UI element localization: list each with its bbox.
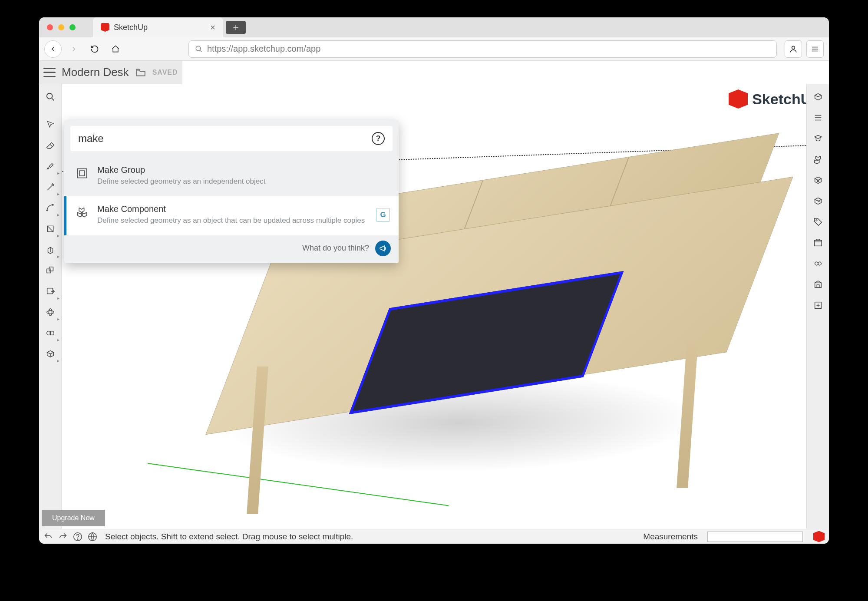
svg-point-10 (49, 309, 52, 316)
tags-panel-button[interactable] (808, 212, 828, 232)
svg-rect-22 (79, 171, 85, 176)
document-title: Modern Desk (62, 66, 129, 79)
save-status: SAVED (152, 69, 178, 76)
measurements-input[interactable] (707, 532, 803, 542)
arc-tool[interactable]: ▸ (40, 198, 60, 218)
svg-rect-8 (47, 288, 53, 294)
redo-button[interactable] (58, 532, 68, 542)
eraser-tool[interactable] (40, 135, 60, 155)
line-tool[interactable]: ▸ (40, 177, 60, 197)
shape-tool[interactable]: ▸ (40, 219, 60, 239)
svg-point-1 (792, 46, 795, 49)
result-title: Make Group (97, 165, 390, 175)
command-search-box[interactable]: ? (70, 126, 393, 151)
offset-tool[interactable] (40, 261, 60, 281)
status-hint: Select objects. Shift to extend select. … (105, 532, 353, 542)
upgrade-button[interactable]: Upgrade Now (42, 510, 105, 526)
search-result-make-group[interactable]: Make Group Define selected geometry as a… (64, 157, 399, 196)
close-window-button[interactable] (47, 24, 53, 30)
status-bar: Select objects. Shift to extend select. … (39, 529, 829, 544)
close-tab-icon[interactable]: × (210, 23, 215, 33)
home-button[interactable] (107, 40, 124, 58)
svg-point-13 (817, 180, 819, 182)
search-icon (195, 45, 203, 53)
language-button[interactable] (88, 532, 97, 542)
help-button[interactable] (73, 532, 83, 542)
measurements-label: Measurements (643, 532, 698, 542)
entity-info-panel-button[interactable] (808, 87, 828, 107)
svg-point-14 (815, 220, 817, 221)
url-text: https://app.sketchup.com/app (207, 44, 320, 54)
svg-point-2 (46, 93, 52, 99)
undo-button[interactable] (43, 532, 53, 542)
left-toolbar: ▸ ▸ ▸ ▸ ▸ ▸ (39, 84, 62, 529)
shortcut-key: G (376, 208, 390, 222)
paint-tool[interactable]: ▸ (40, 156, 60, 176)
svg-point-9 (46, 310, 54, 314)
result-description: Define selected geometry as an object th… (97, 216, 368, 226)
account-button[interactable] (785, 40, 802, 58)
result-title: Make Component (97, 204, 368, 214)
orbit-tool[interactable]: ▸ (40, 302, 60, 322)
tape-tool[interactable]: ▸ (40, 323, 60, 343)
svg-rect-19 (817, 285, 819, 287)
move-tool[interactable]: ▸ (40, 281, 60, 301)
display-panel-button[interactable] (808, 254, 828, 274)
svg-rect-18 (815, 283, 821, 287)
pushpull-tool[interactable]: ▸ (40, 240, 60, 260)
search-result-make-component[interactable]: Make Component Define selected geometry … (64, 196, 399, 235)
section-tool[interactable]: ▸ (40, 344, 60, 364)
group-icon (75, 166, 89, 181)
feedback-prompt: What do you think? (302, 244, 369, 253)
sketchup-statusbar-icon (813, 531, 825, 542)
svg-point-24 (77, 538, 78, 539)
materials-panel-button[interactable] (808, 170, 828, 190)
command-search-panel: ? Make Group Define selected geometry as… (64, 120, 399, 263)
outliner-panel-button[interactable] (808, 108, 828, 128)
browser-tab-sketchup[interactable]: SketchUp × (93, 17, 223, 37)
minimize-window-button[interactable] (58, 24, 64, 30)
browser-window: SketchUp × ＋ https://app.sketchup. (39, 17, 829, 544)
result-description: Define selected geometry as an independe… (97, 177, 390, 187)
app-body: SketchUp ▸ ▸ (39, 84, 829, 529)
window-controls (39, 24, 76, 30)
svg-rect-21 (78, 169, 87, 178)
reload-button[interactable] (86, 40, 103, 58)
svg-point-0 (196, 46, 201, 51)
search-tool-button[interactable] (40, 87, 60, 107)
app-header: Modern Desk SAVED (39, 61, 182, 84)
help-icon[interactable]: ? (372, 132, 385, 145)
component-icon (75, 205, 89, 220)
new-tab-button[interactable]: ＋ (226, 21, 246, 34)
forward-button[interactable] (65, 40, 83, 58)
command-search-input[interactable] (78, 132, 372, 145)
svg-point-17 (818, 262, 821, 265)
scenes-panel-button[interactable] (808, 233, 828, 253)
components-panel-button[interactable] (808, 149, 828, 169)
zoom-window-button[interactable] (69, 24, 76, 30)
3dwarehouse-panel-button[interactable] (808, 274, 828, 294)
styles-panel-button[interactable] (808, 191, 828, 211)
upgrade-label: Upgrade Now (52, 514, 95, 522)
sketchup-favicon-icon (101, 23, 109, 32)
browser-menu-button[interactable] (806, 40, 824, 58)
address-bar[interactable]: https://app.sketchup.com/app (188, 40, 777, 58)
feedback-button[interactable] (375, 241, 391, 256)
tab-title: SketchUp (114, 23, 148, 32)
back-button[interactable] (44, 40, 62, 58)
open-folder-button[interactable] (135, 67, 146, 78)
svg-rect-15 (814, 241, 822, 246)
add-panel-button[interactable] (808, 295, 828, 315)
titlebar: SketchUp × ＋ (39, 17, 829, 37)
search-panel-footer: What do you think? (64, 235, 399, 263)
browser-toolbar: https://app.sketchup.com/app (39, 37, 829, 61)
right-toolbar (806, 84, 829, 529)
sketchup-mark-icon (729, 89, 748, 109)
svg-point-16 (815, 262, 818, 265)
instructor-panel-button[interactable] (808, 129, 828, 149)
app-menu-button[interactable] (43, 68, 56, 77)
select-tool[interactable] (40, 115, 60, 135)
